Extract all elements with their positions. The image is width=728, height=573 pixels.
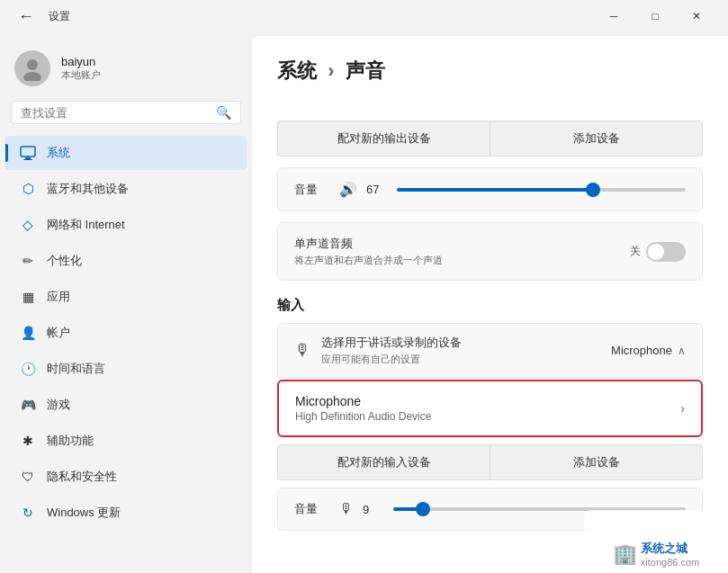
input-volume-label: 音量 <box>294 501 330 517</box>
sidebar-item-privacy[interactable]: 🛡 隐私和安全性 <box>5 460 247 494</box>
gaming-icon: 🎮 <box>20 397 36 413</box>
input-volume-slider[interactable] <box>393 507 686 511</box>
sidebar-item-windows-update[interactable]: ↻ Windows 更新 <box>5 496 247 530</box>
sidebar-label-bluetooth: 蓝牙和其他设备 <box>47 181 129 197</box>
sidebar-label-personalization: 个性化 <box>47 253 82 269</box>
pair-input-button[interactable]: 配对新的输入设备 <box>277 444 490 480</box>
sidebar-item-apps[interactable]: ▦ 应用 <box>5 280 247 314</box>
sidebar-item-time[interactable]: 🕐 时间和语言 <box>5 352 247 386</box>
mic-card-subtitle: High Definition Audio Device <box>295 410 431 423</box>
sidebar: baiyun 本地账户 🔍 系统 ⬡ 蓝牙和其他设备 ◇ <box>0 32 252 573</box>
page-title: 系统 › 声音 <box>277 58 385 85</box>
user-profile[interactable]: baiyun 本地账户 <box>0 40 252 101</box>
volume-number: 67 <box>366 183 388 196</box>
input-volume-row: 音量 🎙 9 <box>277 488 703 531</box>
sidebar-label-accessibility: 辅助功能 <box>47 433 94 449</box>
bluetooth-icon: ⬡ <box>20 181 36 197</box>
accessibility-icon: ✱ <box>20 433 36 449</box>
sidebar-label-privacy: 隐私和安全性 <box>47 469 117 485</box>
system-icon <box>20 145 36 161</box>
microphone-card[interactable]: Microphone High Definition Audio Device … <box>277 380 703 437</box>
svg-rect-2 <box>21 147 35 157</box>
input-volume-number: 9 <box>363 503 384 516</box>
close-button[interactable]: ✕ <box>676 2 717 31</box>
privacy-icon: 🛡 <box>20 469 36 485</box>
svg-point-0 <box>27 59 38 70</box>
device-selector-text-group: 选择用于讲话或录制的设备 应用可能有自己的设置 <box>321 335 462 366</box>
avatar <box>14 50 50 86</box>
user-info: baiyun 本地账户 <box>61 55 101 82</box>
svg-point-1 <box>23 72 41 81</box>
sidebar-item-gaming[interactable]: 🎮 游戏 <box>5 388 247 422</box>
titlebar: ← 设置 ─ □ ✕ <box>0 0 728 32</box>
sidebar-item-network[interactable]: ◇ 网络和 Internet <box>5 208 247 242</box>
apps-icon: ▦ <box>20 289 36 305</box>
user-name: baiyun <box>61 55 101 68</box>
add-input-device-button[interactable]: 添加设备 <box>490 444 703 480</box>
volume-label: 音量 <box>294 182 330 198</box>
mono-toggle[interactable] <box>646 242 686 262</box>
svg-rect-3 <box>25 157 31 159</box>
sidebar-label-windows-update: Windows 更新 <box>47 505 121 521</box>
titlebar-title: 设置 <box>49 9 70 24</box>
sidebar-label-network: 网络和 Internet <box>47 217 125 233</box>
mono-toggle-knob <box>648 244 664 260</box>
volume-card: 音量 🔊 67 <box>277 167 703 211</box>
mono-toggle-label: 关 <box>630 244 641 259</box>
input-device-selector[interactable]: 🎙 选择用于讲话或录制的设备 应用可能有自己的设置 Microphone ∧ <box>277 323 703 378</box>
sidebar-item-accounts[interactable]: 👤 帐户 <box>5 316 247 350</box>
minimize-button[interactable]: ─ <box>593 2 634 31</box>
breadcrumb-sound: 声音 <box>346 59 385 82</box>
time-icon: 🕐 <box>20 361 36 377</box>
volume-slider[interactable] <box>397 188 686 192</box>
svg-rect-4 <box>23 159 32 160</box>
volume-slider-empty <box>593 188 686 192</box>
breadcrumb-separator: › <box>328 59 339 82</box>
content-area: 系统 › 声音 配对新的输出设备 添加设备 音量 🔊 67 <box>252 36 728 573</box>
sidebar-label-accounts: 帐户 <box>47 325 70 341</box>
device-selector-sub: 应用可能有自己的设置 <box>321 353 462 366</box>
sidebar-label-system: 系统 <box>47 145 70 161</box>
add-output-device-button[interactable]: 添加设备 <box>490 121 703 157</box>
microphone-icon: 🎙 <box>294 341 310 360</box>
windows-update-icon: ↻ <box>20 505 36 521</box>
back-button[interactable]: ← <box>11 5 41 28</box>
chevron-right-icon: › <box>680 401 685 416</box>
search-icon: 🔍 <box>216 105 231 120</box>
sidebar-item-accessibility[interactable]: ✱ 辅助功能 <box>5 424 247 458</box>
sidebar-item-personalization[interactable]: ✏ 个性化 <box>5 244 247 278</box>
sidebar-label-gaming: 游戏 <box>47 397 70 413</box>
mono-audio-card: 单声道音频 将左声道和右声道合并成一个声道 关 <box>277 222 703 281</box>
titlebar-left: ← 设置 <box>11 5 70 28</box>
mono-audio-desc: 将左声道和右声道合并成一个声道 <box>294 254 443 267</box>
sidebar-item-system[interactable]: 系统 <box>5 136 247 170</box>
app-body: baiyun 本地账户 🔍 系统 ⬡ 蓝牙和其他设备 ◇ <box>0 32 728 573</box>
input-section-header: 输入 <box>277 297 703 314</box>
mono-audio-title: 单声道音频 <box>294 236 443 252</box>
input-device-buttons: 配对新的输入设备 添加设备 <box>277 444 703 480</box>
network-icon: ◇ <box>20 217 36 233</box>
output-device-buttons: 配对新的输出设备 添加设备 <box>277 121 703 157</box>
input-volume-icon: 🎙 <box>339 501 354 517</box>
pair-output-button[interactable]: 配对新的输出设备 <box>277 121 490 157</box>
titlebar-controls: ─ □ ✕ <box>593 2 717 31</box>
volume-icon: 🔊 <box>339 181 357 198</box>
device-selector-current: Microphone <box>611 344 672 357</box>
mono-audio-info: 单声道音频 将左声道和右声道合并成一个声道 <box>294 236 443 267</box>
volume-slider-thumb[interactable] <box>586 183 600 197</box>
sidebar-item-bluetooth[interactable]: ⬡ 蓝牙和其他设备 <box>5 172 247 206</box>
device-selector-value: Microphone ∧ <box>611 344 686 357</box>
chevron-up-icon: ∧ <box>678 345 686 357</box>
volume-slider-filled <box>397 188 593 192</box>
device-selector-left: 🎙 选择用于讲话或录制的设备 应用可能有自己的设置 <box>294 335 462 366</box>
search-box[interactable]: 🔍 <box>11 101 241 124</box>
mono-audio-row: 单声道音频 将左声道和右声道合并成一个声道 关 <box>294 236 686 267</box>
personalization-icon: ✏ <box>20 253 36 269</box>
sidebar-label-time: 时间和语言 <box>47 361 105 377</box>
mono-toggle-row: 关 <box>630 242 686 262</box>
device-selector-label: 选择用于讲话或录制的设备 <box>321 335 462 351</box>
maximize-button[interactable]: □ <box>634 2 676 31</box>
search-input[interactable] <box>21 106 211 120</box>
accounts-icon: 👤 <box>20 325 36 341</box>
user-subtitle: 本地账户 <box>61 68 101 82</box>
